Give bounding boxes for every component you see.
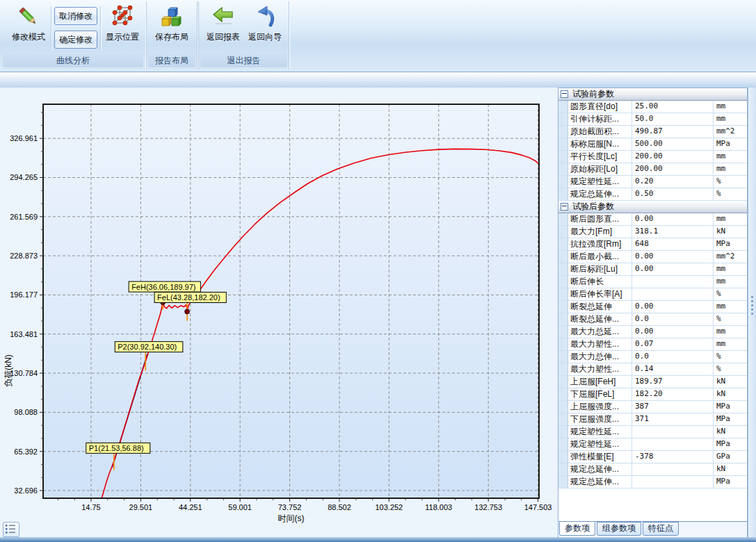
section-header[interactable]: 试验前参数	[558, 88, 747, 101]
parameter-name: 标称屈服[N...	[568, 138, 632, 150]
row-gutter	[558, 376, 568, 388]
parameter-value: 0.14	[632, 363, 714, 375]
section-title: 试验前参数	[572, 88, 614, 100]
parameter-row[interactable]: 断后圆形直...0.00mm	[558, 213, 747, 226]
parameter-row[interactable]: 最大力[Fm]318.1kN	[558, 226, 747, 238]
parameter-row[interactable]: 断后标距[Lu]0.00mm	[558, 263, 747, 276]
lattice-icon	[110, 4, 135, 29]
toolbar-group-exit-report: 返回报表 返回向导 退出报告	[199, 1, 289, 69]
x-tick-label: 147.503	[524, 503, 552, 511]
parameter-row[interactable]: 抗拉强度[Rm]648MPa	[558, 238, 747, 251]
ribbon-toolbar: 修改模式 取消修改 确定修改	[0, 0, 756, 72]
svg-text:P1(21.53,56.88): P1(21.53,56.88)	[89, 444, 144, 452]
parameter-row[interactable]: 原始截面积...490.87mm^2	[558, 126, 747, 138]
parameter-row[interactable]: 原始标距[Lo]200.00mm	[558, 163, 747, 176]
parameter-row[interactable]: 弹性模量[E]-378GPa	[558, 451, 747, 463]
x-tick-label: 103.252	[375, 503, 403, 511]
parameter-value: 189.97	[632, 376, 714, 388]
group-label-report-layout: 报告布局	[148, 54, 195, 67]
parameter-unit: mm	[714, 113, 747, 125]
parameter-table: 试验前参数圆形直径[do]25.00mm引伸计标距...50.0mm原始截面积.…	[558, 88, 747, 488]
parameter-row[interactable]: 上屈服强度...387MPa	[558, 401, 747, 413]
parameter-panel: 试验前参数圆形直径[do]25.00mm引伸计标距...50.0mm原始截面积.…	[558, 88, 748, 539]
row-gutter	[558, 313, 568, 325]
parameter-row[interactable]: 断后伸长mm	[558, 276, 747, 288]
cancel-modify-button[interactable]: 取消修改	[54, 7, 97, 25]
parameter-row[interactable]: 断裂总延伸...0.0%	[558, 313, 747, 326]
collapse-icon[interactable]	[561, 203, 568, 211]
panel-splitter[interactable]	[748, 88, 756, 539]
parameter-name: 规定塑性延...	[568, 176, 632, 188]
parameter-name: 断后最小截...	[568, 251, 632, 263]
parameter-name: 断裂总延伸	[568, 301, 632, 313]
parameter-row[interactable]: 最大力塑性...0.14%	[558, 363, 747, 376]
x-tick-label: 14.75	[81, 503, 101, 511]
parameter-row[interactable]: 圆形直径[do]25.00mm	[558, 101, 747, 113]
parameter-value: 0.00	[632, 326, 714, 338]
parameter-value: 182.20	[632, 388, 714, 400]
parameter-value: 0.00	[632, 263, 714, 275]
parameter-row[interactable]: 最大力总延...0.00mm	[558, 326, 747, 338]
tab-feature-points[interactable]: 特征点	[643, 522, 679, 536]
parameter-row[interactable]: 规定塑性延...MPa	[558, 438, 747, 451]
parameter-row[interactable]: 规定总延伸...kN	[558, 463, 747, 476]
section-header[interactable]: 试验后参数	[558, 201, 747, 213]
modify-mode-button[interactable]: 修改模式	[7, 2, 50, 52]
row-gutter	[558, 101, 568, 113]
parameter-unit: mm	[714, 338, 747, 350]
x-tick-label: 118.003	[425, 503, 452, 511]
parameter-row[interactable]: 规定塑性延...kN	[558, 426, 747, 438]
row-gutter	[558, 351, 568, 363]
list-view-button[interactable]	[3, 522, 19, 537]
parameter-row[interactable]: 上屈服[FeH]189.97kN	[558, 376, 747, 388]
feature-point-FeL[interactable]	[185, 309, 190, 314]
parameter-row[interactable]: 断后伸长率[A]%	[558, 288, 747, 301]
tab-parameters[interactable]: 参数项	[559, 522, 595, 536]
parameter-unit: mm^2	[714, 251, 747, 263]
row-gutter	[558, 226, 568, 238]
return-report-button[interactable]: 返回报表	[202, 2, 245, 52]
annotation-P1[interactable]: P1(21.53,56.88)	[86, 443, 150, 453]
parameter-row[interactable]: 引伸计标距...50.0mm	[558, 113, 747, 126]
return-wizard-button[interactable]: 返回向导	[243, 2, 287, 52]
tab-group-parameters[interactable]: 组参数项	[597, 522, 641, 536]
save-layout-button[interactable]: 保存布局	[150, 2, 193, 52]
parameter-row[interactable]: 规定总延伸...MPa	[558, 476, 747, 488]
row-gutter	[558, 213, 568, 225]
parameter-row[interactable]: 最大力总伸...0.0%	[558, 351, 747, 363]
load-time-chart[interactable]: P1(21.53,56.88)P2(30.92,140.30)FeH(36.06…	[0, 82, 556, 542]
parameter-row[interactable]: 下屈服强度...371MPa	[558, 413, 747, 426]
parameter-row[interactable]: 规定塑性延...0.20%	[558, 176, 747, 188]
parameter-row[interactable]: 下屈服[FeL]182.20kN	[558, 388, 747, 401]
parameter-value	[632, 463, 714, 475]
show-position-button[interactable]: 显示位置	[101, 2, 144, 52]
parameter-row[interactable]: 规定总延伸...0.50%	[558, 188, 747, 201]
parameter-name: 断后圆形直...	[568, 213, 632, 225]
parameter-row[interactable]: 最大力塑性...0.07mm	[558, 338, 747, 351]
confirm-modify-button[interactable]: 确定修改	[54, 31, 97, 49]
parameter-row[interactable]: 断裂总延伸0.00mm	[558, 301, 747, 313]
row-gutter	[558, 113, 568, 125]
x-axis-title: 时间(s)	[278, 514, 305, 523]
row-gutter	[558, 163, 568, 175]
x-tick-label: 59.001	[228, 503, 252, 511]
parameter-unit: mm	[714, 151, 747, 163]
annotation-FeL[interactable]: FeL(43.28,182.20)	[154, 292, 226, 302]
parameter-value: -378	[632, 451, 714, 463]
row-gutter	[558, 188, 568, 200]
list-icon	[3, 523, 17, 535]
parameter-row[interactable]: 平行长度[Lc]200.00mm	[558, 151, 747, 163]
parameter-unit: MPa	[714, 238, 747, 250]
parameter-name: 最大力总延...	[568, 326, 632, 338]
annotation-FeH[interactable]: FeH(36.06,189.97)	[129, 281, 200, 292]
collapse-icon[interactable]	[561, 90, 568, 98]
parameter-row[interactable]: 断后最小截...0.00mm^2	[558, 251, 747, 263]
parameter-row[interactable]: 标称屈服[N...500.00MPa	[558, 138, 747, 151]
row-gutter	[558, 413, 568, 425]
y-tick-label: 163.481	[10, 330, 38, 338]
parameter-name: 上屈服强度...	[568, 401, 632, 413]
parameter-name: 最大力塑性...	[568, 363, 632, 375]
annotation-P2[interactable]: P2(30.92,140.30)	[115, 342, 183, 352]
parameter-name: 弹性模量[E]	[568, 451, 632, 463]
parameter-value: 0.50	[632, 188, 714, 200]
